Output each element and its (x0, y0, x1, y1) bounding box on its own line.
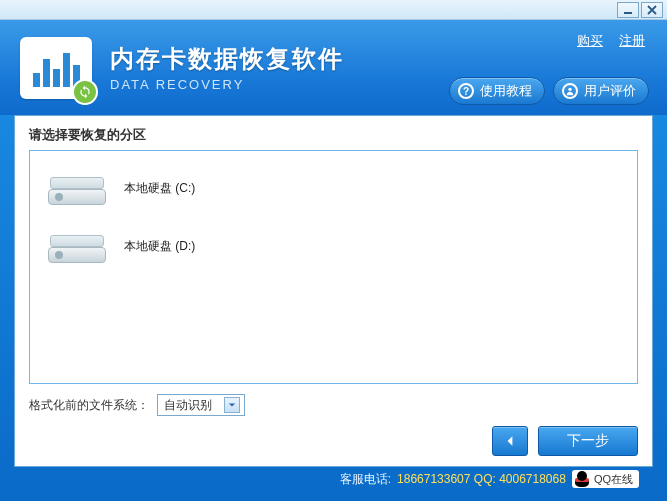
titlebar (0, 0, 667, 20)
reviews-button-label: 用户评价 (584, 82, 636, 100)
chart-icon (33, 49, 80, 87)
qq-label: QQ在线 (594, 472, 633, 487)
register-link[interactable]: 注册 (619, 32, 645, 50)
filesystem-row: 格式化前的文件系统： 自动识别 (29, 394, 638, 416)
next-button[interactable]: 下一步 (538, 426, 638, 456)
body: 请选择要恢复的分区 本地硬盘 (C:) 本地硬盘 (D:) 格式化前的文件系统：… (0, 115, 667, 501)
drive-label: 本地硬盘 (D:) (124, 238, 195, 255)
filesystem-selected: 自动识别 (164, 397, 212, 414)
drive-label: 本地硬盘 (C:) (124, 180, 195, 197)
filesystem-label: 格式化前的文件系统： (29, 397, 149, 414)
main-panel: 请选择要恢复的分区 本地硬盘 (C:) 本地硬盘 (D:) 格式化前的文件系统：… (14, 115, 653, 467)
footer: 客服电话: 18667133607 QQ: 4006718068 QQ在线 (14, 467, 653, 491)
header-links: 购买 注册 (577, 32, 645, 50)
drive-list: 本地硬盘 (C:) 本地硬盘 (D:) (29, 150, 638, 384)
chevron-down-icon (224, 397, 240, 413)
header-buttons: ? 使用教程 用户评价 (449, 77, 649, 105)
drive-item[interactable]: 本地硬盘 (D:) (38, 217, 629, 275)
drive-item[interactable]: 本地硬盘 (C:) (38, 159, 629, 217)
reviews-button[interactable]: 用户评价 (553, 77, 649, 105)
next-button-label: 下一步 (567, 432, 609, 450)
footer-prefix: 客服电话: (340, 471, 391, 488)
question-icon: ? (458, 83, 474, 99)
close-button[interactable] (641, 2, 663, 18)
drive-icon (48, 229, 106, 263)
qq-online-button[interactable]: QQ在线 (572, 470, 639, 488)
nav-row: 下一步 (29, 426, 638, 456)
app-window: 内存卡数据恢复软件 DATA RECOVERY 购买 注册 ? 使用教程 用户评… (0, 0, 667, 501)
footer-contact: 18667133607 QQ: 4006718068 (397, 472, 566, 486)
filesystem-select[interactable]: 自动识别 (157, 394, 245, 416)
user-icon (562, 83, 578, 99)
tutorial-button-label: 使用教程 (480, 82, 532, 100)
qq-icon (574, 471, 590, 487)
back-button[interactable] (492, 426, 528, 456)
header: 内存卡数据恢复软件 DATA RECOVERY 购买 注册 ? 使用教程 用户评… (0, 20, 667, 115)
tutorial-button[interactable]: ? 使用教程 (449, 77, 545, 105)
buy-link[interactable]: 购买 (577, 32, 603, 50)
refresh-icon (72, 79, 98, 105)
svg-point-1 (568, 88, 571, 91)
app-logo (20, 37, 92, 99)
panel-title: 请选择要恢复的分区 (29, 126, 638, 144)
svg-rect-0 (624, 12, 632, 14)
minimize-button[interactable] (617, 2, 639, 18)
drive-icon (48, 171, 106, 205)
app-title: 内存卡数据恢复软件 (110, 43, 647, 75)
